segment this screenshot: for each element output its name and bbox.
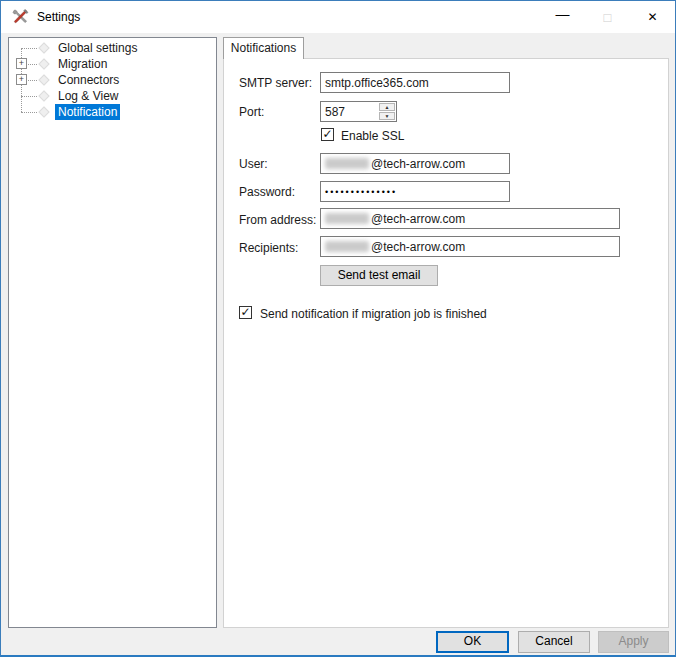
tree-connector-line: [21, 112, 37, 113]
enable-ssl-checkbox[interactable]: ✓: [321, 128, 334, 141]
redacted-text: [325, 158, 369, 169]
settings-tree-panel: Global settings + Migration + Connectors…: [8, 37, 217, 628]
settings-dialog: Settings — □ ✕ Global settings + Migrati…: [0, 0, 676, 657]
user-label: User:: [239, 157, 268, 171]
maximize-button: □: [585, 1, 630, 33]
titlebar: Settings — □ ✕: [1, 1, 675, 33]
tree-connector-line: [21, 96, 37, 97]
recipients-label: Recipients:: [239, 241, 298, 255]
checkmark-icon: ✓: [322, 127, 332, 141]
send-notification-label: Send notification if migration job is fi…: [260, 307, 487, 321]
user-input[interactable]: @tech-arrow.com: [320, 153, 510, 174]
redacted-text: [325, 213, 369, 224]
user-value: @tech-arrow.com: [371, 157, 465, 171]
window-title: Settings: [37, 10, 80, 24]
tree-item-label[interactable]: Notification: [55, 104, 120, 120]
cancel-button[interactable]: Cancel: [518, 631, 590, 653]
settings-tree: Global settings + Migration + Connectors…: [9, 38, 216, 120]
password-label: Password:: [239, 185, 295, 199]
tree-item-label[interactable]: Connectors: [55, 72, 122, 88]
tree-connector-line: [21, 48, 37, 49]
tree-item-label[interactable]: Log & View: [55, 88, 122, 104]
tab-control: Notifications SMTP server: smtp.office36…: [223, 37, 669, 628]
smtp-server-value: smtp.office365.com: [325, 76, 429, 90]
apply-button: Apply: [598, 631, 669, 653]
redacted-text: [325, 241, 369, 252]
minimize-button[interactable]: —: [540, 1, 585, 33]
tree-item-notification[interactable]: Notification: [9, 104, 216, 120]
password-masked-value: ••••••••••••••: [325, 187, 397, 197]
port-spinner: ▲ ▼: [379, 103, 395, 120]
tree-item-label[interactable]: Migration: [55, 56, 110, 72]
from-address-input[interactable]: @tech-arrow.com: [320, 208, 620, 229]
from-address-value: @tech-arrow.com: [371, 212, 465, 226]
notifications-tab-panel: SMTP server: smtp.office365.com Port: 58…: [223, 58, 669, 628]
tools-icon: [11, 9, 29, 25]
close-icon: ✕: [647, 10, 657, 24]
tree-node-icon: [38, 90, 49, 101]
close-button[interactable]: ✕: [630, 1, 675, 33]
ok-button[interactable]: OK: [436, 631, 509, 653]
expand-plus-icon[interactable]: +: [16, 58, 27, 69]
smtp-server-input[interactable]: smtp.office365.com: [320, 72, 510, 93]
tab-notifications[interactable]: Notifications: [223, 37, 304, 59]
enable-ssl-label: Enable SSL: [341, 129, 404, 143]
from-address-label: From address:: [239, 213, 316, 227]
port-value: 587: [325, 105, 345, 119]
tree-item-label[interactable]: Global settings: [55, 40, 140, 56]
expand-plus-icon[interactable]: +: [16, 74, 27, 85]
maximize-icon: □: [604, 10, 612, 25]
tree-node-icon: [38, 58, 49, 69]
tree-item-global-settings[interactable]: Global settings: [9, 40, 216, 56]
tree-item-log-view[interactable]: Log & View: [9, 88, 216, 104]
send-test-email-button[interactable]: Send test email: [320, 265, 438, 286]
smtp-server-label: SMTP server:: [239, 76, 312, 90]
recipients-input[interactable]: @tech-arrow.com: [320, 236, 620, 257]
spinner-up-icon[interactable]: ▲: [379, 103, 395, 111]
port-stepper[interactable]: 587 ▲ ▼: [320, 101, 397, 122]
tree-node-icon: [38, 74, 49, 85]
password-input[interactable]: ••••••••••••••: [320, 181, 510, 202]
minimize-icon: —: [556, 6, 570, 22]
send-notification-checkbox[interactable]: ✓: [239, 306, 252, 319]
spinner-down-icon[interactable]: ▼: [379, 112, 395, 120]
checkmark-icon: ✓: [240, 305, 250, 319]
port-label: Port:: [239, 105, 264, 119]
tree-node-icon: [38, 42, 49, 53]
tree-item-connectors[interactable]: + Connectors: [9, 72, 216, 88]
tree-item-migration[interactable]: + Migration: [9, 56, 216, 72]
tree-node-icon: [38, 106, 49, 117]
recipients-value: @tech-arrow.com: [371, 240, 465, 254]
